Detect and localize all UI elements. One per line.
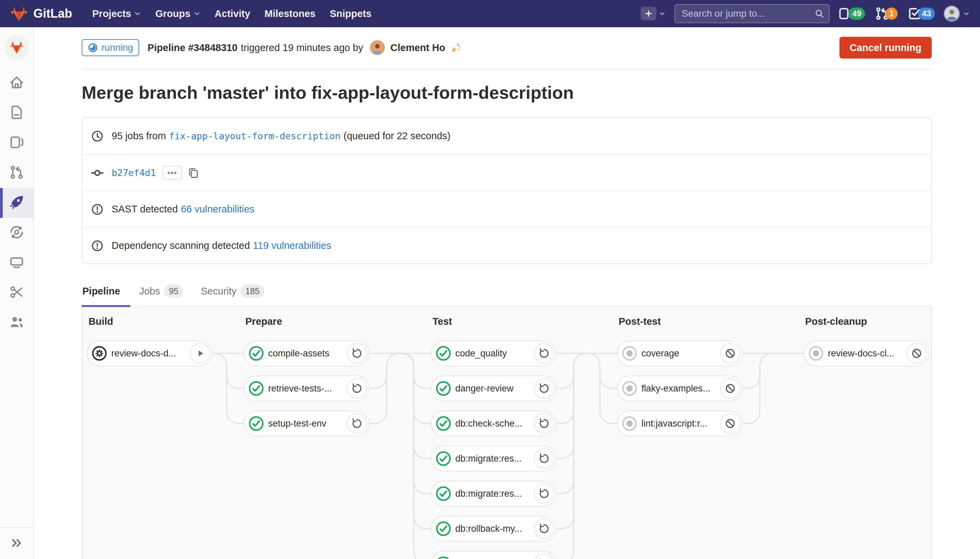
copy-icon <box>188 167 199 179</box>
job-code-quality[interactable]: code_quality <box>431 341 557 366</box>
merge-requests-icon <box>10 165 24 181</box>
search-input[interactable] <box>675 4 830 23</box>
pipeline-tabs: PipelineJobs95Security185 <box>82 283 932 307</box>
job-db-rollback-my[interactable]: db:rollback-my... <box>431 516 557 542</box>
sidebar-nav <box>0 68 33 338</box>
retry-button[interactable] <box>534 483 554 504</box>
retry-button[interactable] <box>347 343 367 364</box>
nav-menu-projects[interactable]: Projects <box>92 8 141 20</box>
repository-icon <box>10 105 24 121</box>
status-badge: running <box>82 39 139 56</box>
retry-button[interactable] <box>534 448 554 469</box>
chevron-down-icon <box>194 10 200 17</box>
retry-button[interactable] <box>534 554 554 559</box>
sast-vulnerabilities-link[interactable]: 66 vulnerabilities <box>181 203 254 215</box>
issues-icon <box>10 135 24 151</box>
job-setup-test-env[interactable]: setup-test-env <box>244 410 370 437</box>
main-content: running Pipeline #34848310 triggered 19 … <box>34 27 980 559</box>
retry-button[interactable] <box>534 413 554 434</box>
job-review-docs-cl[interactable]: review-docs-cl... <box>803 341 929 366</box>
brand-name: GitLab <box>33 7 72 21</box>
cancel-button[interactable] <box>906 343 927 364</box>
status-success-icon <box>436 380 451 396</box>
sidebar-item-home[interactable] <box>0 68 33 98</box>
job-db-migrate-res[interactable]: db:migrate:res... <box>431 481 557 506</box>
gitlab-logo[interactable]: GitLab <box>10 5 72 22</box>
sidebar-item-merge-requests[interactable] <box>0 158 33 188</box>
sidebar-collapse-button[interactable] <box>0 527 33 559</box>
job-retrieve-tests[interactable]: retrieve-tests-... <box>244 375 370 401</box>
new-menu-button[interactable] <box>641 7 666 20</box>
retry-button[interactable] <box>534 518 554 539</box>
tab-jobs[interactable]: Jobs95 <box>130 283 192 306</box>
branch-link[interactable]: fix-app-layout-form-description <box>169 131 341 141</box>
commit-sha-link[interactable]: b27ef4d1 <box>112 167 156 178</box>
job-flaky-examples[interactable]: flaky-examples... <box>617 375 743 401</box>
job-review-docs-d[interactable]: review-docs-d... <box>87 341 213 366</box>
job-db-check-sche[interactable]: db:check-sche... <box>431 410 557 437</box>
job-db-rollback[interactable]: db:rollback... <box>431 551 557 559</box>
cancel-button[interactable] <box>720 413 741 434</box>
dependency-vulnerabilities-link[interactable]: 119 vulnerabilities <box>253 240 331 251</box>
copy-commit-button[interactable] <box>188 167 199 179</box>
dependency-row: Dependency scanning detected 119 vulnera… <box>82 227 931 263</box>
navbar-issues[interactable]: 49 <box>838 7 865 20</box>
user-menu[interactable] <box>944 5 970 22</box>
sidebar-item-snippets[interactable] <box>0 278 33 308</box>
navbar-menu: ProjectsGroupsActivityMilestonesSnippets <box>85 8 379 20</box>
pipeline-summary: 95 jobs from fix-app-layout-form-descrip… <box>82 117 932 264</box>
commit-row: b27ef4d1 ••• <box>82 154 931 191</box>
play-button[interactable] <box>190 343 210 364</box>
top-navbar: GitLab ProjectsGroupsActivityMilestonesS… <box>0 0 980 27</box>
navbar-todos[interactable]: 43 <box>908 7 935 20</box>
scissors-icon <box>10 285 24 301</box>
stage-title-post-test: Post-test <box>619 316 661 327</box>
author-avatar[interactable] <box>370 40 385 55</box>
cancel-button[interactable] <box>720 343 741 364</box>
retry-button[interactable] <box>534 343 554 364</box>
job-compile-assets[interactable]: compile-assets <box>244 341 370 366</box>
nav-menu-activity[interactable]: Activity <box>215 8 251 20</box>
nav-menu-milestones[interactable]: Milestones <box>264 8 315 20</box>
retry-button[interactable] <box>534 378 554 399</box>
sidebar-item-members[interactable] <box>0 308 33 338</box>
job-danger-review[interactable]: danger-review <box>431 375 557 401</box>
sidebar-item-operations[interactable] <box>0 218 33 248</box>
retry-button[interactable] <box>347 378 367 399</box>
operations-icon <box>10 225 24 241</box>
job-db-migrate-res[interactable]: db:migrate:res... <box>431 446 557 471</box>
status-success-icon <box>436 486 451 501</box>
tab-pipeline[interactable]: Pipeline <box>82 283 130 306</box>
sidebar-item-registry[interactable] <box>0 248 33 278</box>
chevron-down-icon <box>134 10 141 17</box>
expand-commit-button[interactable]: ••• <box>163 166 182 180</box>
running-spinner-icon <box>88 43 98 53</box>
nav-menu-snippets[interactable]: Snippets <box>330 8 371 20</box>
status-success-icon <box>436 346 451 361</box>
cancel-button[interactable] <box>720 378 741 399</box>
job-coverage[interactable]: coverage <box>617 341 743 366</box>
members-icon <box>10 315 24 331</box>
status-created-icon <box>622 346 637 361</box>
commit-icon <box>91 167 104 179</box>
author-name[interactable]: Clement Ho <box>390 42 445 53</box>
rocket-icon <box>10 195 24 211</box>
sidebar-item-issues[interactable] <box>0 128 33 158</box>
stage-title-test: Test <box>432 316 452 327</box>
clock-icon <box>91 130 104 142</box>
status-created-icon <box>808 346 824 361</box>
status-created-icon <box>622 416 637 431</box>
tab-security[interactable]: Security185 <box>192 283 273 306</box>
project-avatar[interactable] <box>4 35 29 60</box>
cancel-running-button[interactable]: Cancel running <box>840 37 932 59</box>
sidebar-item-repository[interactable] <box>0 98 33 128</box>
navbar-merge-requests[interactable]: 1 <box>875 7 898 20</box>
pipeline-header: running Pipeline #34848310 triggered 19 … <box>82 27 932 69</box>
issues-count-badge: 49 <box>849 8 865 20</box>
sidebar-item-ci-cd[interactable] <box>0 188 33 218</box>
pipeline-graph: Buildreview-docs-d...Preparecompile-asse… <box>82 307 932 559</box>
nav-menu-groups[interactable]: Groups <box>155 8 200 20</box>
retry-button[interactable] <box>347 413 367 434</box>
status-success-icon <box>248 346 264 361</box>
job-lint-javascript-r[interactable]: lint:javascript:r... <box>617 410 743 437</box>
